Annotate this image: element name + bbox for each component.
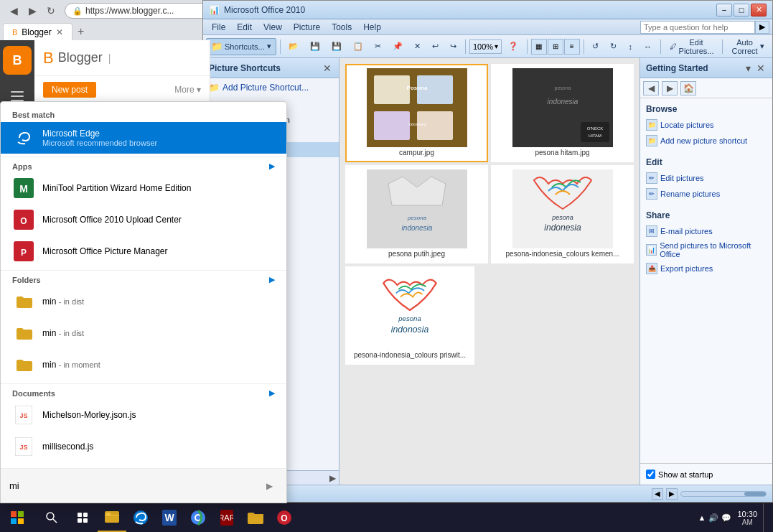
new-post-button[interactable]: New post bbox=[43, 82, 96, 98]
search-office-upload[interactable]: O Microsoft Office 2010 Upload Center bbox=[1, 204, 286, 235]
gs-rename-link[interactable]: ✏ Rename pictures bbox=[640, 186, 772, 202]
tab-close[interactable]: ✕ bbox=[56, 27, 63, 37]
gs-startup-checkbox-label[interactable]: Show at startup bbox=[646, 470, 767, 479]
toolbar-rotate2-btn[interactable]: ↻ bbox=[605, 38, 622, 55]
gs-collapse-btn[interactable]: ▾ bbox=[742, 62, 754, 74]
taskbar-chrome-btn[interactable] bbox=[184, 503, 212, 532]
auto-correct-btn[interactable]: Auto Correct ▾ bbox=[726, 38, 769, 55]
edit-pictures-btn[interactable]: 🖊 Edit Pictures... bbox=[665, 38, 719, 55]
refresh-button[interactable]: ↻ bbox=[43, 3, 59, 19]
tray-network-icon[interactable]: 💬 bbox=[721, 513, 731, 523]
gs-startup-checkbox[interactable] bbox=[646, 470, 655, 479]
toolbar-rotate3-btn[interactable]: ↕ bbox=[623, 38, 637, 55]
taskbar-winrar-btn[interactable]: RAR bbox=[212, 503, 241, 532]
docs-more-btn[interactable]: ▶ bbox=[269, 388, 275, 398]
menu-edit[interactable]: Edit bbox=[231, 21, 258, 34]
status-nav-right[interactable]: ▶ bbox=[666, 488, 678, 500]
taskbar-folder2-btn[interactable] bbox=[241, 503, 270, 532]
toolbar-copy-btn[interactable]: 📋 bbox=[348, 38, 368, 55]
search-folder-1[interactable]: min - in dist bbox=[1, 286, 286, 317]
shortcuts-expand-btn[interactable]: ▶ bbox=[329, 473, 336, 483]
status-nav-left[interactable]: ◀ bbox=[652, 488, 663, 500]
search-folder-3[interactable]: min - in moment bbox=[1, 349, 286, 381]
tray-speaker-icon[interactable]: 🔊 bbox=[708, 513, 718, 523]
status-scrollbar-thumb bbox=[744, 492, 766, 496]
search-result-edge[interactable]: Microsoft Edge Microsoft recommended bro… bbox=[1, 122, 286, 154]
gs-forward-btn[interactable]: ▶ bbox=[662, 81, 678, 95]
image-cell-2[interactable]: pesona indonesia O'NECK HITAM pesona hit… bbox=[491, 64, 634, 162]
menu-file[interactable]: File bbox=[206, 21, 231, 34]
help-search-button[interactable]: ▶ bbox=[755, 21, 769, 34]
toolbar-redo-btn[interactable]: ↪ bbox=[445, 38, 462, 55]
shortcuts-toolbar-btn[interactable]: 📁 Shortcuts... ▾ bbox=[206, 38, 276, 55]
gs-home-btn[interactable]: 🏠 bbox=[680, 81, 696, 95]
search-office-pic[interactable]: P Microsoft Office Picture Manager bbox=[1, 235, 286, 267]
search-doc-2[interactable]: JS millisecond.js bbox=[1, 431, 286, 462]
taskbar-search-btn[interactable] bbox=[34, 503, 69, 532]
view-thumbnail-btn[interactable]: ⊞ bbox=[548, 39, 563, 55]
toolbar-delete-btn[interactable]: ✕ bbox=[409, 38, 426, 55]
image-cell-3[interactable]: pesona indonesia pesona putih.jpeg bbox=[345, 165, 488, 263]
back-button[interactable]: ◀ bbox=[6, 3, 22, 19]
gs-edit-link[interactable]: ✏ Edit pictures bbox=[640, 170, 772, 186]
gs-locate-text: Locate pictures bbox=[660, 121, 714, 129]
taskbar-office-btn[interactable]: O bbox=[270, 503, 299, 532]
add-shortcut-text: Add Picture Shortcut... bbox=[222, 83, 309, 93]
toolbar-open-btn[interactable]: 📂 bbox=[284, 38, 304, 55]
folders-more-btn[interactable]: ▶ bbox=[269, 275, 275, 284]
taskbar-clock[interactable]: 10:30 AM bbox=[734, 510, 760, 526]
toolbar-help-btn[interactable]: ❓ bbox=[503, 38, 523, 55]
menu-help[interactable]: Help bbox=[357, 21, 387, 34]
show-desktop-btn[interactable] bbox=[763, 503, 767, 532]
menu-view[interactable]: View bbox=[258, 21, 288, 34]
menu-tools[interactable]: Tools bbox=[326, 21, 357, 34]
apps-more-btn[interactable]: ▶ bbox=[269, 162, 275, 171]
zoom-dropdown[interactable]: ▾ bbox=[495, 42, 498, 50]
gs-back-btn[interactable]: ◀ bbox=[643, 81, 659, 95]
search-input[interactable] bbox=[9, 480, 261, 491]
taskbar-edge-btn[interactable] bbox=[126, 503, 155, 532]
task-view-btn[interactable] bbox=[69, 503, 98, 532]
minimize-button[interactable]: − bbox=[716, 4, 732, 17]
toolbar-rotate4-btn[interactable]: ↔ bbox=[639, 38, 657, 55]
folder3-text: min - in moment bbox=[42, 360, 275, 370]
gs-add-shortcut-link[interactable]: 📁 Add new picture shortcut bbox=[640, 133, 772, 149]
gs-email-link[interactable]: ✉ E-mail pictures bbox=[640, 223, 772, 239]
taskbar-word-btn[interactable]: W bbox=[155, 503, 184, 532]
view-list-btn[interactable]: ≡ bbox=[564, 39, 580, 55]
more-btn[interactable]: More ▾ bbox=[174, 85, 201, 95]
image-cell-4[interactable]: pesona indonesia pesona-indonesia_colour… bbox=[491, 165, 634, 263]
add-shortcut-link[interactable]: 📁 Add Picture Shortcut... bbox=[203, 78, 339, 97]
help-search-input[interactable] bbox=[640, 21, 755, 34]
gs-export-link[interactable]: 📤 Export pictures bbox=[640, 261, 772, 276]
gs-send-office-link[interactable]: 📊 Send pictures to Microsoft Office bbox=[640, 239, 772, 261]
search-minitool[interactable]: M MiniTool Partition Wizard Home Edition bbox=[1, 172, 286, 204]
image-cell-5[interactable]: pesona indonosia pesona-indonesia_colour… bbox=[345, 266, 474, 365]
tray-expand-btn[interactable]: ▲ bbox=[698, 513, 706, 522]
toolbar-undo-btn[interactable]: ↩ bbox=[427, 38, 444, 55]
search-submit-btn[interactable]: ▶ bbox=[261, 477, 278, 495]
gs-close-btn[interactable]: ✕ bbox=[755, 62, 767, 74]
toolbar-cut-btn[interactable]: ✂ bbox=[370, 38, 386, 55]
tab-blogger[interactable]: B Blogger ✕ bbox=[3, 23, 72, 40]
close-button[interactable]: ✕ bbox=[751, 4, 767, 17]
toolbar-paste-btn[interactable]: 📌 bbox=[388, 38, 408, 55]
menu-picture[interactable]: Picture bbox=[288, 21, 326, 34]
toolbar-save2-btn[interactable]: 💾 bbox=[327, 38, 347, 55]
start-button[interactable] bbox=[0, 503, 34, 532]
taskbar-explorer-btn[interactable] bbox=[98, 503, 126, 532]
search-doc-1[interactable]: JS Michelson-Morley.json.js bbox=[1, 399, 286, 431]
search-folder-2[interactable]: min - in dist bbox=[1, 317, 286, 349]
status-scrollbar[interactable] bbox=[680, 491, 767, 497]
view-filmstrip-btn[interactable]: ▦ bbox=[531, 39, 547, 55]
image-cell-1[interactable]: Posona indonesia campur.jpg bbox=[345, 64, 488, 162]
autocorrect-dropdown: ▾ bbox=[760, 42, 764, 51]
toolbar-save-btn[interactable]: 💾 bbox=[305, 38, 325, 55]
forward-button[interactable]: ▶ bbox=[24, 3, 40, 19]
edge-result-text: Microsoft Edge Microsoft recommended bro… bbox=[42, 129, 275, 147]
maximize-button[interactable]: □ bbox=[734, 4, 749, 17]
shortcuts-panel-close[interactable]: ✕ bbox=[322, 62, 333, 74]
new-tab-btn[interactable]: + bbox=[72, 24, 90, 39]
gs-locate-link[interactable]: 📁 Locate pictures bbox=[640, 117, 772, 133]
toolbar-rotate1-btn[interactable]: ↺ bbox=[587, 38, 604, 55]
